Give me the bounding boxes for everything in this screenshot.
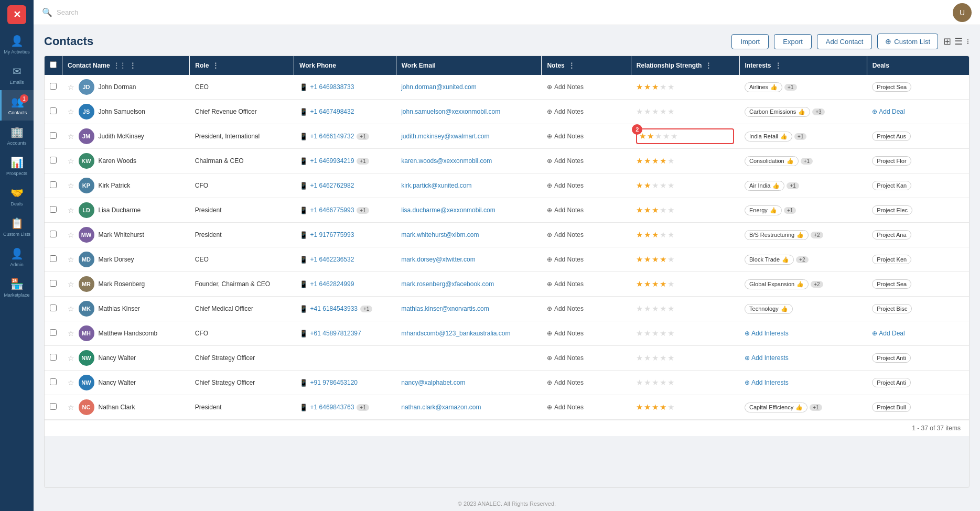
favorite-star[interactable]: ☆ (68, 107, 74, 116)
star-1[interactable]: ★ (636, 156, 643, 166)
role-col-menu[interactable]: ⋮ (212, 61, 219, 70)
email-link[interactable]: mark.dorsey@xtwitter.com (401, 256, 476, 263)
star-rating[interactable]: ★★★★★ (636, 403, 734, 412)
star-2[interactable]: ★ (644, 403, 651, 412)
phone-number[interactable]: +91 9786453120 (310, 379, 358, 386)
interest-tag[interactable]: Carbon Emissions 👍 (745, 107, 810, 117)
deal-tag[interactable]: Project Bull (872, 403, 911, 412)
notes-col-menu[interactable]: ⋮ (568, 61, 575, 70)
sidebar-item-prospects[interactable]: 📊 Prospects (0, 151, 34, 181)
interest-tag[interactable]: Airlines 👍 (745, 82, 782, 92)
email-link[interactable]: mhandscomb@123_bankaustralia.com (401, 330, 510, 337)
like-icon[interactable]: 👍 (798, 108, 805, 115)
interest-tag[interactable]: Energy 👍 (745, 205, 782, 215)
deal-tag[interactable]: Project Elec (872, 205, 912, 215)
star-3[interactable]: ★ (652, 107, 659, 116)
star-1[interactable]: ★ (636, 82, 643, 92)
email-link[interactable]: lisa.ducharme@xexxonmobil.com (401, 206, 496, 214)
row-checkbox[interactable] (50, 83, 57, 90)
star-5[interactable]: ★ (667, 205, 674, 215)
phone-number[interactable]: +1 6466775993 (310, 206, 354, 214)
row-checkbox[interactable] (50, 231, 57, 237)
contact-name[interactable]: Nancy Walter (99, 354, 136, 362)
add-notes-button[interactable]: ⊕ Add Notes (547, 280, 626, 288)
star-2[interactable]: ★ (644, 82, 651, 92)
star-5[interactable]: ★ (667, 403, 674, 412)
row-checkbox[interactable] (50, 255, 57, 262)
contact-name[interactable]: Judith McKinsey (99, 133, 144, 140)
star-rating[interactable]: ★★★★★ (636, 329, 734, 338)
star-2[interactable]: ★ (644, 279, 651, 289)
star-1[interactable]: ★ (636, 403, 643, 412)
user-avatar[interactable]: U (953, 3, 972, 22)
like-icon[interactable]: 👍 (780, 133, 788, 140)
star-2[interactable]: ★ (644, 181, 651, 190)
star-rating[interactable]: ★★★★★ (639, 132, 731, 141)
star-4[interactable]: ★ (660, 156, 666, 166)
star-4[interactable]: ★ (663, 132, 670, 141)
star-rating[interactable]: ★★★★★ (636, 205, 734, 215)
row-checkbox[interactable] (50, 354, 57, 361)
favorite-star[interactable]: ☆ (68, 378, 74, 387)
interest-tag[interactable]: B/S Restructuring 👍 (745, 230, 809, 240)
star-rating[interactable]: ★★★★★ (636, 156, 734, 166)
like-icon[interactable]: 👍 (796, 232, 804, 238)
contact-name-col-menu[interactable]: ⋮ (129, 61, 136, 70)
contact-name[interactable]: John Samuelson (99, 108, 145, 115)
star-3[interactable]: ★ (652, 205, 659, 215)
star-2[interactable]: ★ (644, 107, 651, 116)
star-rating[interactable]: ★★★★★ (636, 107, 734, 116)
star-4[interactable]: ★ (660, 403, 666, 412)
star-3[interactable]: ★ (652, 304, 659, 313)
custom-list-button[interactable]: ⊕ Custom List (877, 34, 938, 49)
contact-name[interactable]: Mathias Kinser (99, 305, 140, 312)
deal-tag[interactable]: Project Aus (872, 132, 911, 141)
star-4[interactable]: ★ (660, 230, 666, 240)
row-checkbox[interactable] (50, 403, 57, 410)
email-link[interactable]: john.samuelson@xexxonmobil.com (401, 108, 500, 115)
row-checkbox[interactable] (50, 280, 57, 287)
star-2[interactable]: ★ (644, 353, 651, 363)
star-1[interactable]: ★ (636, 304, 643, 313)
contact-name[interactable]: Nathan Clark (99, 404, 135, 411)
deal-tag[interactable]: Project Ana (872, 230, 911, 240)
email-link[interactable]: nancy@xalphabet.com (401, 379, 465, 386)
select-all-checkbox[interactable] (50, 61, 57, 68)
add-notes-button[interactable]: ⊕ Add Notes (547, 404, 626, 411)
contact-name[interactable]: John Dorman (99, 83, 136, 91)
star-4[interactable]: ★ (660, 378, 666, 387)
list-view-icon[interactable]: ☰ (954, 36, 963, 47)
star-2[interactable]: ★ (644, 304, 651, 313)
favorite-star[interactable]: ☆ (68, 206, 74, 214)
contact-name[interactable]: Nancy Walter (99, 379, 136, 386)
phone-number[interactable]: +1 6467498432 (310, 108, 354, 115)
star-4[interactable]: ★ (660, 279, 666, 289)
favorite-star[interactable]: ☆ (68, 181, 74, 190)
star-4[interactable]: ★ (660, 82, 666, 92)
star-5[interactable]: ★ (667, 378, 674, 387)
like-icon[interactable]: 👍 (787, 158, 794, 165)
export-button[interactable]: Export (774, 34, 812, 49)
phone-number[interactable]: +1 6466149732 (310, 133, 354, 140)
sidebar-item-admin[interactable]: 👤 Admin (0, 242, 34, 273)
star-2[interactable]: ★ (644, 156, 651, 166)
email-link[interactable]: nathan.clark@xamazon.com (401, 404, 481, 411)
favorite-star[interactable]: ☆ (68, 354, 74, 362)
row-checkbox[interactable] (50, 305, 57, 311)
star-1[interactable]: ★ (636, 181, 643, 190)
rel-strength-col-menu[interactable]: ⋮ (705, 61, 712, 70)
contact-name-col-drag[interactable]: ⋮⋮ (113, 62, 126, 69)
star-1[interactable]: ★ (636, 107, 643, 116)
add-deal-button[interactable]: ⊕ Add Deal (872, 108, 964, 115)
contact-name[interactable]: Mark Rosenberg (99, 280, 145, 288)
row-checkbox[interactable] (50, 329, 57, 336)
star-rating[interactable]: ★★★★★ (636, 181, 734, 190)
favorite-star[interactable]: ☆ (68, 305, 74, 313)
row-checkbox[interactable] (50, 378, 57, 385)
sidebar-item-marketplace[interactable]: 🏪 Marketplace (0, 273, 34, 303)
contact-name[interactable]: Lisa Ducharme (99, 206, 141, 214)
star-3[interactable]: ★ (652, 378, 659, 387)
star-5[interactable]: ★ (667, 107, 674, 116)
star-3[interactable]: ★ (652, 255, 659, 264)
row-checkbox[interactable] (50, 181, 57, 188)
